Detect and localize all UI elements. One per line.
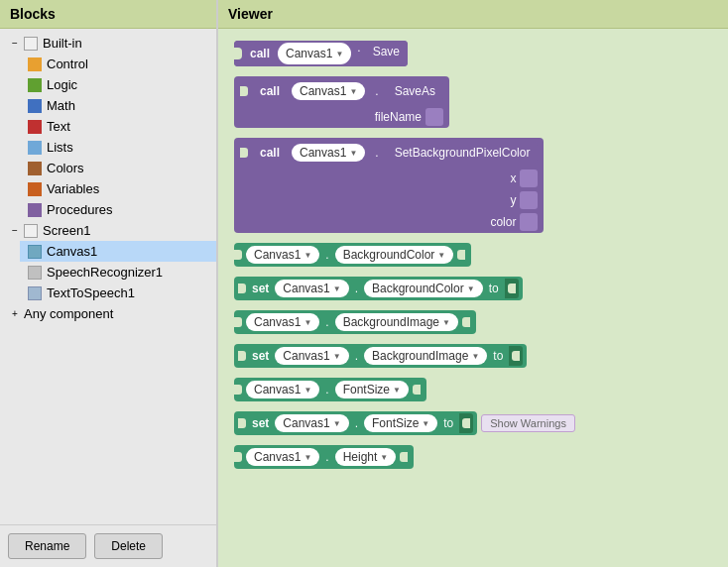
tree-item-screen1[interactable]: − Screen1 [0, 220, 216, 241]
builtin-icon [24, 37, 38, 51]
toggle-builtin[interactable]: − [8, 37, 22, 51]
bgcolor-prop-dropdown[interactable]: BackgroundColor [335, 246, 454, 264]
block-get-bgimage: Canvas1 . BackgroundImage [234, 310, 712, 334]
tree-item-procedures[interactable]: Procedures [20, 199, 216, 220]
tree-item-any-component[interactable]: + Any component [0, 303, 216, 324]
toggle-any[interactable]: + [8, 307, 22, 321]
call-keyword-setpixel: call [254, 142, 286, 164]
block-call-save: call Canvas1 . Save [234, 41, 712, 66]
canvas1-dropdown-save[interactable]: Canvas1 [278, 43, 351, 64]
call-saveas-block[interactable]: call Canvas1 . SaveAs fileName [234, 76, 449, 128]
text-icon [28, 120, 42, 134]
tree-item-canvas1[interactable]: Canvas1 [20, 241, 216, 262]
height-prop-dropdown[interactable]: Height [335, 448, 397, 466]
tree-item-tts[interactable]: TextToSpeech1 [20, 283, 216, 303]
bgimage-set-socket [509, 346, 523, 366]
rename-button[interactable]: Rename [8, 533, 86, 559]
filename-label: fileName [375, 110, 422, 124]
call-setpixel-block[interactable]: call Canvas1 . SetBackgroundPixelColor x… [234, 138, 544, 233]
screen1-icon [24, 224, 38, 238]
colors-icon [28, 162, 42, 175]
call-keyword-saveas: call [254, 80, 286, 102]
tree-item-colors[interactable]: Colors [20, 158, 216, 178]
block-set-fontsize: set Canvas1 . FontSize to Show Warnings [234, 411, 712, 435]
any-component-label: Any component [24, 306, 113, 321]
block-get-height: Canvas1 . Height [234, 445, 712, 469]
block-get-bgcolor: Canvas1 . BackgroundColor [234, 243, 712, 267]
setter-fontsize[interactable]: set Canvas1 . FontSize to [234, 411, 477, 435]
speech-icon [28, 266, 42, 280]
canvas1-dropdown-set-fontsize[interactable]: Canvas1 [275, 414, 348, 432]
tree-item-math[interactable]: Math [20, 95, 216, 116]
getter-bgcolor[interactable]: Canvas1 . BackgroundColor [234, 243, 471, 267]
setpixel-method: SetBackgroundPixelColor [387, 142, 539, 164]
bgimage-prop-dropdown[interactable]: BackgroundImage [335, 313, 458, 331]
control-label: Control [47, 57, 88, 71]
right-panel: Viewer call Canvas1 . Save call Canvas1 [218, 0, 728, 567]
tree-item-control[interactable]: Control [20, 54, 216, 74]
set-keyword-fontsize: set [248, 412, 273, 434]
toggle-screen1[interactable]: − [8, 224, 22, 238]
set-keyword-bgimage: set [248, 345, 273, 367]
fontsize-set-prop[interactable]: FontSize [364, 414, 437, 432]
block-get-fontsize: Canvas1 . FontSize [234, 378, 712, 401]
fontsize-prop-dropdown[interactable]: FontSize [335, 381, 409, 398]
color-label: color [490, 215, 516, 229]
screen1-children: Canvas1 SpeechRecognizer1 TextToSpeech1 [20, 241, 216, 303]
viewer-content: call Canvas1 . Save call Canvas1 . SaveA… [218, 29, 728, 567]
canvas1-dropdown-get-bgcolor[interactable]: Canvas1 [246, 246, 319, 264]
setter-bgimage[interactable]: set Canvas1 . BackgroundImage to [234, 344, 527, 368]
call-keyword: call [244, 41, 276, 66]
getter-bgimage[interactable]: Canvas1 . BackgroundImage [234, 310, 476, 334]
show-warnings-button[interactable]: Show Warnings [481, 414, 575, 432]
variables-label: Variables [47, 181, 99, 196]
canvas1-dropdown-set-bgcolor[interactable]: Canvas1 [275, 280, 348, 297]
canvas1-dropdown-setpixel[interactable]: Canvas1 [292, 144, 365, 162]
block-call-setpixel: call Canvas1 . SetBackgroundPixelColor x… [234, 138, 712, 233]
math-label: Math [47, 98, 75, 113]
builtin-label: Built-in [43, 36, 82, 51]
y-socket [520, 191, 538, 209]
fontsize-set-socket [459, 413, 473, 433]
canvas1-dropdown-saveas[interactable]: Canvas1 [292, 82, 365, 100]
tree-item-lists[interactable]: Lists [20, 137, 216, 158]
tree-item-builtin[interactable]: − Built-in [0, 33, 216, 54]
block-set-bgcolor: set Canvas1 . BackgroundColor to [234, 277, 712, 300]
tree-section: − Built-in Control Logic Math Text [0, 29, 216, 328]
canvas1-dropdown-get-height[interactable]: Canvas1 [246, 448, 319, 466]
text-label: Text [47, 119, 70, 134]
call-save-block[interactable]: call Canvas1 . Save [234, 41, 408, 66]
screen1-label: Screen1 [43, 223, 90, 238]
viewer-header: Viewer [218, 0, 728, 29]
filename-socket [425, 108, 443, 126]
tree-item-text[interactable]: Text [20, 116, 216, 137]
procedures-label: Procedures [47, 202, 112, 217]
save-method: Save [365, 41, 408, 66]
set-keyword-bgcolor: set [248, 278, 273, 299]
color-socket [520, 213, 538, 231]
getter-height[interactable]: Canvas1 . Height [234, 445, 414, 469]
bgimage-set-prop[interactable]: BackgroundImage [364, 347, 487, 365]
tts-label: TextToSpeech1 [47, 285, 135, 300]
tree-item-logic[interactable]: Logic [20, 74, 216, 95]
saveas-method: SaveAs [387, 80, 443, 102]
to-keyword-bgcolor: to [485, 278, 503, 299]
delete-button[interactable]: Delete [94, 533, 163, 559]
colors-label: Colors [47, 161, 84, 175]
y-label: y [510, 193, 516, 207]
canvas1-dropdown-get-fontsize[interactable]: Canvas1 [246, 381, 319, 398]
logic-label: Logic [47, 77, 77, 92]
getter-fontsize[interactable]: Canvas1 . FontSize [234, 378, 426, 401]
variables-icon [28, 182, 42, 196]
block-call-saveas: call Canvas1 . SaveAs fileName [234, 76, 712, 128]
tree-item-variables[interactable]: Variables [20, 178, 216, 199]
setter-bgcolor[interactable]: set Canvas1 . BackgroundColor to [234, 277, 523, 300]
blocks-header: Blocks [0, 0, 216, 29]
lists-label: Lists [47, 140, 73, 155]
tts-icon [28, 286, 42, 300]
x-socket [520, 170, 538, 187]
tree-item-speech[interactable]: SpeechRecognizer1 [20, 262, 216, 283]
bgcolor-set-prop[interactable]: BackgroundColor [364, 280, 483, 297]
canvas1-dropdown-get-bgimage[interactable]: Canvas1 [246, 313, 319, 331]
canvas1-dropdown-set-bgimage[interactable]: Canvas1 [275, 347, 348, 365]
